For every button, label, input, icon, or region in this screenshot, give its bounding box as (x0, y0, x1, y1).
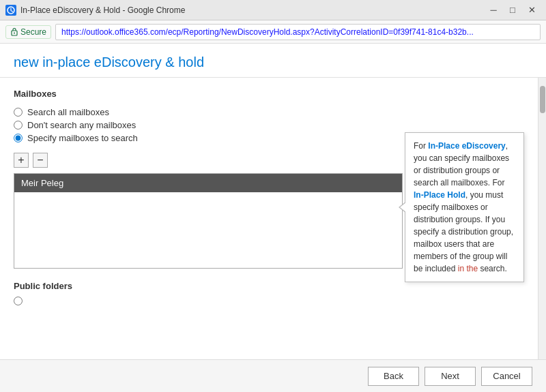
radio-search-all[interactable]: Search all mailboxes (14, 107, 524, 117)
mailboxes-heading: Mailboxes (14, 89, 524, 99)
mailbox-name: Meir Peleg (21, 178, 63, 188)
radio-label-none: Don't search any mailboxes (27, 120, 136, 130)
public-folders-heading: Public folders (14, 281, 524, 291)
tooltip-text-1: For (414, 141, 428, 151)
tooltip-text-3: , you must specify mailboxes or distribu… (414, 190, 513, 273)
public-folders-radio[interactable] (14, 297, 524, 305)
content-main: Mailboxes Search all mailboxes Don't sea… (0, 78, 538, 359)
mailbox-row[interactable]: Meir Peleg (14, 174, 402, 192)
cancel-button[interactable]: Cancel (481, 367, 532, 386)
next-button[interactable]: Next (425, 367, 476, 386)
maximize-button[interactable]: □ (504, 3, 521, 17)
scrollbar-track[interactable] (538, 78, 546, 359)
tooltip-text-4: search. (478, 264, 507, 273)
tooltip-highlight-discovery: In-Place eDiscovery (428, 141, 505, 151)
radio-label-all: Search all mailboxes (27, 107, 109, 117)
radio-label-specify: Specify mailboxes to search (27, 133, 138, 143)
content-body: Mailboxes Search all mailboxes Don't sea… (0, 78, 546, 359)
tooltip-highlight-in-the: in the (458, 264, 478, 273)
add-mailbox-button[interactable]: + (14, 153, 29, 168)
footer: Back Next Cancel (0, 359, 546, 392)
title-bar-text: In-Place eDiscovery & Hold - Google Chro… (20, 5, 485, 15)
public-folders-section: Public folders (14, 281, 524, 305)
title-bar: In-Place eDiscovery & Hold - Google Chro… (0, 0, 546, 20)
tooltip-highlight-hold: In-Place Hold (414, 190, 465, 200)
radio-input-all[interactable] (14, 108, 23, 117)
radio-input-none[interactable] (14, 121, 23, 130)
radio-dont-search[interactable]: Don't search any mailboxes (14, 120, 524, 130)
close-button[interactable]: ✕ (523, 3, 541, 17)
back-button[interactable]: Back (368, 367, 419, 386)
tooltip-box: For In-Place eDiscovery, you can specify… (405, 132, 524, 282)
secure-badge: Secure (5, 25, 51, 39)
mailbox-list: Meir Peleg (14, 173, 403, 269)
minimize-button[interactable]: ─ (485, 3, 502, 17)
public-folders-radio-input[interactable] (14, 297, 23, 305)
scrollbar-thumb[interactable] (540, 86, 545, 113)
app-icon (5, 5, 16, 16)
radio-input-specify[interactable] (14, 134, 23, 142)
remove-mailbox-button[interactable]: − (33, 153, 48, 168)
secure-label: Secure (20, 27, 46, 37)
tooltip-arrow-inner (400, 202, 406, 212)
window-controls: ─ □ ✕ (485, 3, 541, 17)
address-bar: Secure (0, 20, 546, 44)
svg-point-2 (14, 33, 15, 34)
url-input[interactable] (55, 24, 541, 40)
main-window: new in-place eDiscovery & hold Mailboxes… (0, 44, 546, 392)
page-title: new in-place eDiscovery & hold (0, 44, 546, 78)
